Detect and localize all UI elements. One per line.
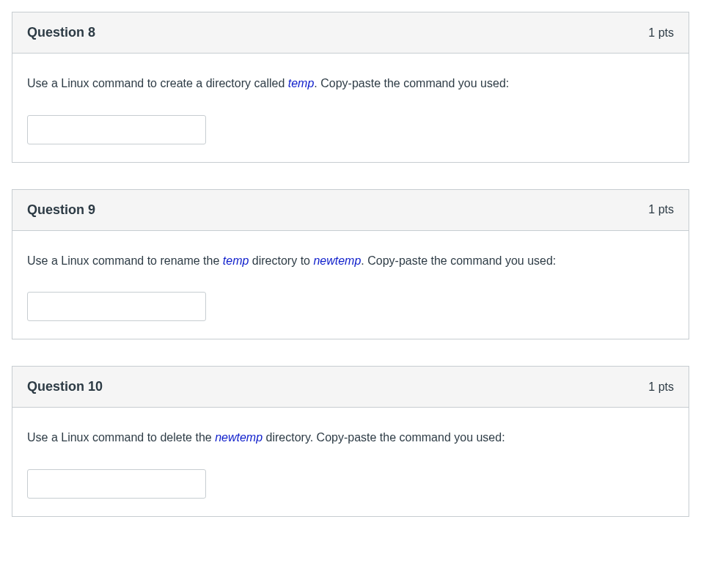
question-prompt: Use a Linux command to create a director… — [27, 74, 674, 93]
answer-input[interactable] — [27, 292, 206, 321]
question-card: Question 101 ptsUse a Linux command to d… — [12, 366, 689, 517]
question-header: Question 91 pts — [12, 190, 689, 231]
question-prompt: Use a Linux command to rename the temp d… — [27, 251, 674, 271]
question-header: Question 81 pts — [12, 12, 689, 54]
prompt-text: Use a Linux command to rename the — [27, 254, 223, 267]
question-title: Question 8 — [27, 23, 95, 43]
italic-term: newtemp — [313, 254, 361, 267]
italic-term: temp — [288, 77, 315, 89]
question-card: Question 91 ptsUse a Linux command to re… — [12, 189, 689, 340]
question-body: Use a Linux command to create a director… — [12, 54, 689, 162]
prompt-text: Use a Linux command to create a director… — [27, 77, 288, 89]
italic-term: newtemp — [215, 431, 263, 444]
prompt-text: directory to — [249, 254, 313, 267]
prompt-text: . Copy-paste the command you used: — [314, 77, 509, 89]
answer-input[interactable] — [27, 115, 206, 144]
question-body: Use a Linux command to delete the newtem… — [12, 408, 689, 516]
question-points: 1 pts — [648, 24, 674, 42]
question-card: Question 81 ptsUse a Linux command to cr… — [12, 12, 689, 163]
question-title: Question 9 — [27, 200, 95, 220]
question-points: 1 pts — [648, 201, 674, 218]
italic-term: temp — [223, 254, 249, 267]
prompt-text: directory. Copy-paste the command you us… — [263, 431, 505, 444]
answer-input[interactable] — [27, 469, 206, 499]
question-title: Question 10 — [27, 377, 103, 397]
question-body: Use a Linux command to rename the temp d… — [12, 231, 689, 339]
prompt-text: . Copy-paste the command you used: — [361, 254, 556, 267]
prompt-text: Use a Linux command to delete the — [27, 431, 215, 444]
question-header: Question 101 pts — [12, 367, 689, 408]
question-points: 1 pts — [648, 378, 674, 396]
question-prompt: Use a Linux command to delete the newtem… — [27, 428, 674, 447]
